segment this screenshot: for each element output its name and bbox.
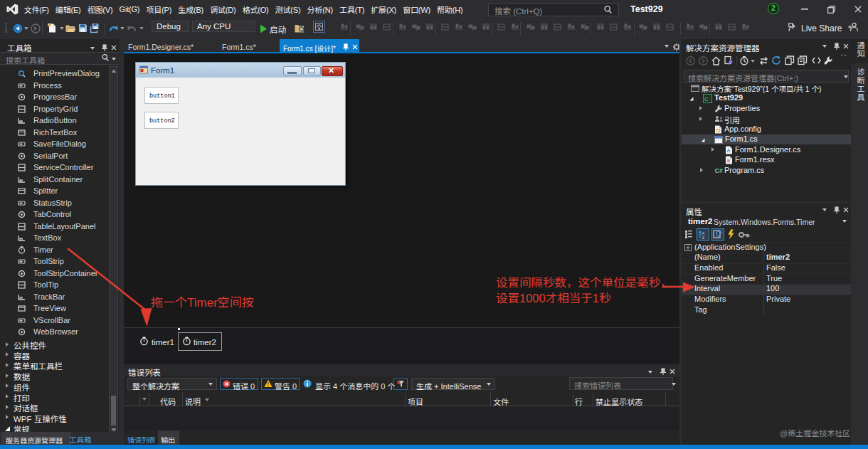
svg-text:拖一个Timer空间按: 拖一个Timer空间按 (151, 292, 254, 310)
svg-text:设置间隔秒数，这个单位是毫秒，: 设置间隔秒数，这个单位是毫秒， (496, 273, 672, 290)
svg-text:设置1000才相当于1秒: 设置1000才相当于1秒 (496, 289, 611, 306)
